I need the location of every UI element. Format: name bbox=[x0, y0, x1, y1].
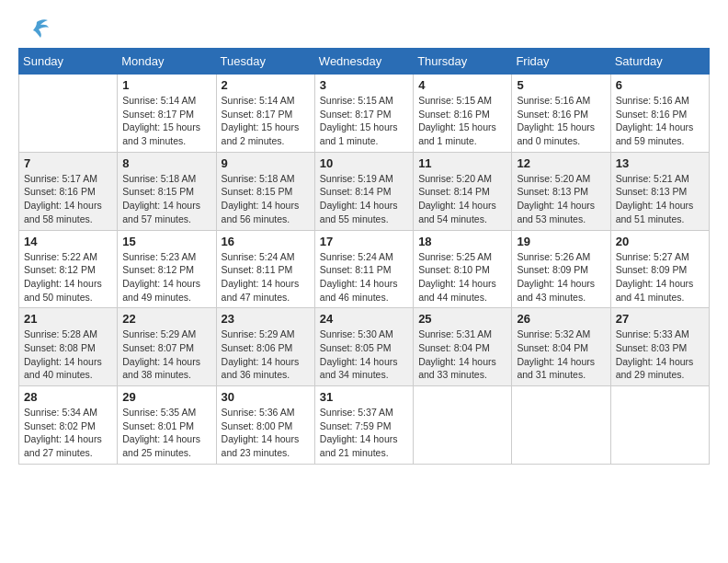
day-info: Sunrise: 5:15 AM Sunset: 8:17 PM Dayligh… bbox=[320, 94, 408, 148]
calendar-table: SundayMondayTuesdayWednesdayThursdayFrid… bbox=[18, 48, 710, 465]
day-info: Sunrise: 5:25 AM Sunset: 8:10 PM Dayligh… bbox=[418, 250, 506, 304]
day-number: 9 bbox=[222, 156, 310, 170]
day-info: Sunrise: 5:16 AM Sunset: 8:16 PM Dayligh… bbox=[517, 94, 605, 148]
day-info: Sunrise: 5:28 AM Sunset: 8:08 PM Dayligh… bbox=[24, 327, 112, 382]
day-info: Sunrise: 5:30 AM Sunset: 8:05 PM Dayligh… bbox=[320, 327, 408, 382]
day-number: 8 bbox=[122, 156, 210, 170]
day-info: Sunrise: 5:35 AM Sunset: 8:01 PM Dayligh… bbox=[122, 406, 210, 460]
day-number: 27 bbox=[616, 312, 704, 326]
day-number: 14 bbox=[24, 235, 112, 248]
day-info: Sunrise: 5:24 AM Sunset: 8:11 PM Dayligh… bbox=[222, 250, 310, 304]
calendar-week-4: 21Sunrise: 5:28 AM Sunset: 8:08 PM Dayli… bbox=[19, 308, 710, 386]
day-number: 24 bbox=[320, 312, 408, 326]
calendar-cell: 25Sunrise: 5:31 AM Sunset: 8:04 PM Dayli… bbox=[414, 308, 512, 386]
day-number: 31 bbox=[320, 390, 408, 404]
weekday-header-thursday: Thursday bbox=[414, 49, 512, 75]
day-number: 15 bbox=[122, 235, 210, 248]
day-number: 5 bbox=[517, 78, 605, 92]
day-info: Sunrise: 5:17 AM Sunset: 8:16 PM Dayligh… bbox=[24, 172, 112, 226]
day-number: 10 bbox=[320, 156, 408, 170]
day-number: 22 bbox=[122, 312, 210, 326]
logo bbox=[18, 18, 50, 39]
day-number: 17 bbox=[320, 235, 408, 248]
calendar-week-1: 1Sunrise: 5:14 AM Sunset: 8:17 PM Daylig… bbox=[19, 75, 710, 153]
calendar-cell: 20Sunrise: 5:27 AM Sunset: 8:09 PM Dayli… bbox=[610, 230, 709, 308]
day-info: Sunrise: 5:31 AM Sunset: 8:04 PM Dayligh… bbox=[418, 327, 506, 382]
calendar-cell: 22Sunrise: 5:29 AM Sunset: 8:07 PM Dayli… bbox=[118, 308, 216, 386]
calendar-cell: 15Sunrise: 5:23 AM Sunset: 8:12 PM Dayli… bbox=[118, 230, 216, 308]
day-number: 12 bbox=[517, 156, 605, 170]
calendar-cell bbox=[19, 75, 118, 153]
day-info: Sunrise: 5:20 AM Sunset: 8:14 PM Dayligh… bbox=[418, 172, 506, 226]
day-number: 29 bbox=[122, 390, 210, 404]
calendar-cell: 23Sunrise: 5:29 AM Sunset: 8:06 PM Dayli… bbox=[216, 308, 314, 386]
weekday-header-wednesday: Wednesday bbox=[314, 49, 413, 75]
day-info: Sunrise: 5:21 AM Sunset: 8:13 PM Dayligh… bbox=[616, 172, 704, 226]
calendar-cell: 2Sunrise: 5:14 AM Sunset: 8:17 PM Daylig… bbox=[216, 75, 314, 153]
calendar-cell: 21Sunrise: 5:28 AM Sunset: 8:08 PM Dayli… bbox=[19, 308, 118, 386]
weekday-header-monday: Monday bbox=[118, 49, 216, 75]
calendar-week-5: 28Sunrise: 5:34 AM Sunset: 8:02 PM Dayli… bbox=[19, 386, 710, 465]
calendar-cell bbox=[610, 386, 709, 465]
calendar-week-3: 14Sunrise: 5:22 AM Sunset: 8:12 PM Dayli… bbox=[19, 230, 710, 308]
day-number: 18 bbox=[418, 235, 506, 248]
day-number: 6 bbox=[616, 78, 704, 92]
day-info: Sunrise: 5:18 AM Sunset: 8:15 PM Dayligh… bbox=[222, 172, 310, 226]
day-info: Sunrise: 5:37 AM Sunset: 7:59 PM Dayligh… bbox=[320, 406, 408, 460]
calendar-cell bbox=[512, 386, 610, 465]
day-info: Sunrise: 5:23 AM Sunset: 8:12 PM Dayligh… bbox=[122, 250, 210, 304]
calendar-cell: 7Sunrise: 5:17 AM Sunset: 8:16 PM Daylig… bbox=[19, 152, 118, 230]
day-number: 7 bbox=[24, 156, 112, 170]
day-number: 30 bbox=[222, 390, 310, 404]
day-number: 28 bbox=[24, 390, 112, 404]
weekday-header-sunday: Sunday bbox=[19, 49, 118, 75]
day-info: Sunrise: 5:16 AM Sunset: 8:16 PM Dayligh… bbox=[616, 94, 704, 148]
day-info: Sunrise: 5:24 AM Sunset: 8:11 PM Dayligh… bbox=[320, 250, 408, 304]
day-info: Sunrise: 5:26 AM Sunset: 8:09 PM Dayligh… bbox=[517, 250, 605, 304]
calendar-cell: 19Sunrise: 5:26 AM Sunset: 8:09 PM Dayli… bbox=[512, 230, 610, 308]
calendar-cell: 6Sunrise: 5:16 AM Sunset: 8:16 PM Daylig… bbox=[610, 75, 709, 153]
day-info: Sunrise: 5:20 AM Sunset: 8:13 PM Dayligh… bbox=[517, 172, 605, 226]
calendar-cell: 16Sunrise: 5:24 AM Sunset: 8:11 PM Dayli… bbox=[216, 230, 314, 308]
calendar-cell: 12Sunrise: 5:20 AM Sunset: 8:13 PM Dayli… bbox=[512, 152, 610, 230]
calendar-cell: 8Sunrise: 5:18 AM Sunset: 8:15 PM Daylig… bbox=[118, 152, 216, 230]
day-number: 20 bbox=[616, 235, 704, 248]
day-number: 3 bbox=[320, 78, 408, 92]
calendar-cell: 4Sunrise: 5:15 AM Sunset: 8:16 PM Daylig… bbox=[414, 75, 512, 153]
calendar-cell: 31Sunrise: 5:37 AM Sunset: 7:59 PM Dayli… bbox=[314, 386, 413, 465]
day-number: 4 bbox=[418, 78, 506, 92]
day-number: 16 bbox=[222, 235, 310, 248]
day-number: 13 bbox=[616, 156, 704, 170]
calendar-cell: 9Sunrise: 5:18 AM Sunset: 8:15 PM Daylig… bbox=[216, 152, 314, 230]
day-number: 21 bbox=[24, 312, 112, 326]
page-header bbox=[18, 18, 710, 39]
day-info: Sunrise: 5:22 AM Sunset: 8:12 PM Dayligh… bbox=[24, 250, 112, 304]
calendar-week-2: 7Sunrise: 5:17 AM Sunset: 8:16 PM Daylig… bbox=[19, 152, 710, 230]
day-number: 19 bbox=[517, 235, 605, 248]
calendar-cell: 29Sunrise: 5:35 AM Sunset: 8:01 PM Dayli… bbox=[118, 386, 216, 465]
calendar-cell: 18Sunrise: 5:25 AM Sunset: 8:10 PM Dayli… bbox=[414, 230, 512, 308]
day-number: 11 bbox=[418, 156, 506, 170]
day-number: 23 bbox=[222, 312, 310, 326]
calendar-cell: 10Sunrise: 5:19 AM Sunset: 8:14 PM Dayli… bbox=[314, 152, 413, 230]
calendar-cell: 24Sunrise: 5:30 AM Sunset: 8:05 PM Dayli… bbox=[314, 308, 413, 386]
calendar-cell: 5Sunrise: 5:16 AM Sunset: 8:16 PM Daylig… bbox=[512, 75, 610, 153]
day-info: Sunrise: 5:36 AM Sunset: 8:00 PM Dayligh… bbox=[222, 406, 310, 460]
calendar-cell: 30Sunrise: 5:36 AM Sunset: 8:00 PM Dayli… bbox=[216, 386, 314, 465]
logo-bird-icon bbox=[24, 18, 50, 39]
day-number: 2 bbox=[222, 78, 310, 92]
weekday-header-tuesday: Tuesday bbox=[216, 49, 314, 75]
day-number: 25 bbox=[418, 312, 506, 326]
day-info: Sunrise: 5:32 AM Sunset: 8:04 PM Dayligh… bbox=[517, 327, 605, 382]
day-info: Sunrise: 5:34 AM Sunset: 8:02 PM Dayligh… bbox=[24, 406, 112, 460]
calendar-cell: 13Sunrise: 5:21 AM Sunset: 8:13 PM Dayli… bbox=[610, 152, 709, 230]
day-info: Sunrise: 5:14 AM Sunset: 8:17 PM Dayligh… bbox=[222, 94, 310, 148]
calendar-cell: 3Sunrise: 5:15 AM Sunset: 8:17 PM Daylig… bbox=[314, 75, 413, 153]
calendar-cell: 11Sunrise: 5:20 AM Sunset: 8:14 PM Dayli… bbox=[414, 152, 512, 230]
day-number: 1 bbox=[122, 78, 210, 92]
day-info: Sunrise: 5:15 AM Sunset: 8:16 PM Dayligh… bbox=[418, 94, 506, 148]
day-info: Sunrise: 5:29 AM Sunset: 8:06 PM Dayligh… bbox=[222, 327, 310, 382]
day-number: 26 bbox=[517, 312, 605, 326]
calendar-cell: 28Sunrise: 5:34 AM Sunset: 8:02 PM Dayli… bbox=[19, 386, 118, 465]
calendar-cell bbox=[414, 386, 512, 465]
